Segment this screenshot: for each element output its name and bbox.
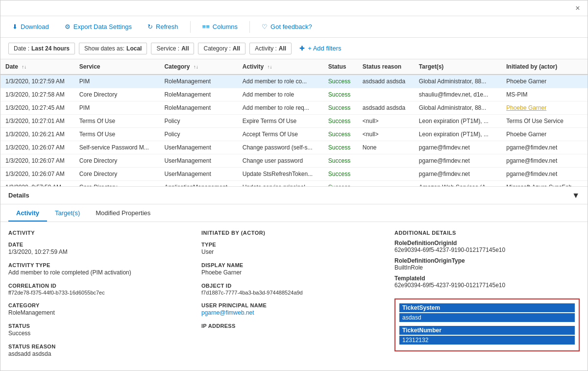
additional-items: RoleDefinitionOriginId62e90394-69f5-4237… — [394, 240, 580, 293]
titlebar: × — [0, 0, 588, 16]
detail-type: TYPE User — [201, 242, 387, 255]
initiated-by-col: INITIATED BY (ACTOR) TYPE User DISPLAY N… — [201, 230, 387, 360]
columns-icon: ≡≡ — [202, 23, 210, 30]
heart-icon: ♡ — [262, 23, 268, 30]
details-tabs: Activity Target(s) Modified Properties — [0, 204, 588, 222]
additional-key: RoleDefinitionOriginId — [394, 240, 580, 247]
activity-col: ACTIVITY DATE 1/3/2020, 10:27:59 AM ACTI… — [8, 230, 194, 360]
details-header: Details ▼ — [0, 187, 588, 204]
detail-correlation-id: CORRELATION ID ff72de78-f375-44f0-b733-1… — [8, 283, 194, 296]
table-row[interactable]: 1/3/2020, 10:26:07 AMCore DirectoryUserM… — [0, 154, 588, 168]
service-filter[interactable]: Service : All — [151, 43, 194, 54]
download-icon: ⬇ — [12, 23, 18, 30]
additional-details-col: ADDITIONAL DETAILS RoleDefinitionOriginI… — [394, 230, 580, 360]
tab-targets[interactable]: Target(s) — [47, 205, 88, 222]
col-activity[interactable]: Activity ↑↓ — [238, 59, 323, 74]
col-status-reason[interactable]: Status reason — [358, 59, 414, 74]
refresh-icon: ↻ — [147, 23, 153, 30]
col-category[interactable]: Category ↑↓ — [159, 59, 237, 74]
date-filter[interactable]: Date : Last 24 hours — [8, 43, 75, 54]
table-row[interactable]: 1/3/2020, 10:27:59 AMPIMRoleManagementAd… — [0, 74, 588, 88]
detail-display-name: DISPLAY NAME Phoebe Garner — [201, 262, 387, 276]
main-window: × ⬇ Download ⚙ Export Data Settings ↻ Re… — [0, 0, 588, 371]
additional-key: RoleDefinitionOriginType — [394, 257, 580, 264]
detail-date: DATE 1/3/2020, 10:27:59 AM — [8, 242, 194, 255]
table-row[interactable]: 1/3/2020, 9:57:59 AMCore DirectoryApplic… — [0, 181, 588, 187]
download-button[interactable]: ⬇ Download — [8, 21, 53, 32]
ticket-system-item: TicketSystem asdasd — [399, 303, 575, 322]
table-row[interactable]: 1/3/2020, 10:27:58 AMCore DirectoryRoleM… — [0, 88, 588, 101]
detail-object-id: OBJECT ID f7d1887c-7777-4ba3-ba3d-974488… — [201, 283, 387, 296]
col-targets[interactable]: Target(s) — [414, 59, 501, 74]
tab-activity[interactable]: Activity — [8, 205, 47, 222]
refresh-button[interactable]: ↻ Refresh — [144, 21, 182, 32]
separator2 — [249, 21, 250, 33]
detail-category: CATEGORY RoleManagement — [8, 302, 194, 316]
ticket-number-item: TicketNumber 12312132 — [399, 326, 575, 345]
audit-log-table: Date ↑↓ Service Category ↑↓ Activity ↑↓ … — [0, 59, 588, 187]
category-filter[interactable]: Category : All — [198, 43, 245, 54]
additional-value: BuiltInRole — [394, 264, 580, 271]
detail-ip: IP ADDRESS — [201, 323, 387, 330]
audit-log-table-container: Date ↑↓ Service Category ↑↓ Activity ↑↓ … — [0, 59, 588, 187]
details-content: ACTIVITY DATE 1/3/2020, 10:27:59 AM ACTI… — [0, 222, 588, 368]
col-status[interactable]: Status — [323, 59, 358, 74]
toolbar: ⬇ Download ⚙ Export Data Settings ↻ Refr… — [0, 16, 588, 38]
separator — [190, 21, 191, 33]
table-row[interactable]: 1/3/2020, 10:26:07 AMCore DirectoryUserM… — [0, 168, 588, 181]
export-icon: ⚙ — [65, 23, 71, 30]
feedback-button[interactable]: ♡ Got feedback? — [258, 21, 316, 32]
col-actor[interactable]: Initiated by (actor) — [501, 59, 588, 74]
export-button[interactable]: ⚙ Export Data Settings — [61, 21, 136, 32]
activity-filter[interactable]: Activity : All — [249, 43, 292, 54]
add-icon: ✚ — [299, 45, 305, 52]
details-collapse-button[interactable]: ▼ — [572, 191, 580, 200]
close-button[interactable]: × — [572, 2, 584, 14]
highlight-box: TicketSystem asdasd TicketNumber 1231213… — [394, 298, 580, 351]
additional-value: 62e90394-69f5-4237-9190-012177145e10 — [394, 282, 580, 289]
table-row[interactable]: 1/3/2020, 10:27:01 AMTerms Of UsePolicyE… — [0, 115, 588, 128]
table-row[interactable]: 1/3/2020, 10:27:45 AMPIMRoleManagementAd… — [0, 101, 588, 115]
col-date[interactable]: Date ↑↓ — [0, 59, 74, 74]
table-row[interactable]: 1/3/2020, 10:26:21 AMTerms Of UsePolicyA… — [0, 128, 588, 141]
detail-upn: USER PRINCIPAL NAME pgarne@fimweb.net — [201, 302, 387, 316]
additional-key: TemplateId — [394, 275, 580, 282]
detail-activity-type: ACTIVITY TYPE Add member to role complet… — [8, 262, 194, 276]
col-service[interactable]: Service — [74, 59, 160, 74]
tab-modified-properties[interactable]: Modified Properties — [88, 205, 158, 222]
detail-status-reason: STATUS REASON asdsadd asdsda — [8, 344, 194, 357]
show-dates-filter[interactable]: Show dates as: Local — [79, 43, 147, 54]
detail-status: STATUS Success — [8, 323, 194, 337]
table-row[interactable]: 1/3/2020, 10:26:07 AMSelf-service Passwo… — [0, 141, 588, 154]
add-filters-button[interactable]: ✚ + Add filters — [295, 43, 345, 54]
columns-button[interactable]: ≡≡ Columns — [198, 21, 242, 32]
table-header-row: Date ↑↓ Service Category ↑↓ Activity ↑↓ … — [0, 59, 588, 74]
filters-bar: Date : Last 24 hours Show dates as: Loca… — [0, 38, 588, 59]
additional-value: 62e90394-69f5-4237-9190-012177145e10 — [394, 247, 580, 253]
